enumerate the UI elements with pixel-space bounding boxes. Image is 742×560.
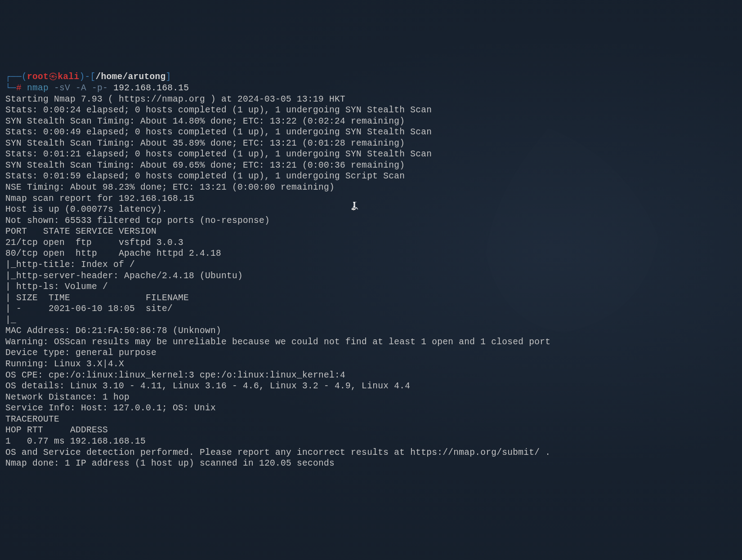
output-line: Host is up (0.00077s latency).: [5, 204, 737, 215]
output-line: Nmap scan report for 192.168.168.15: [5, 193, 737, 204]
output-line: MAC Address: D6:21:FA:50:86:78 (Unknown): [5, 325, 737, 337]
output-line: Not shown: 65533 filtered tcp ports (no-…: [5, 215, 737, 227]
output-line: Stats: 0:00:24 elapsed; 0 hosts complete…: [5, 105, 737, 116]
output-line: Stats: 0:01:59 elapsed; 0 hosts complete…: [5, 171, 737, 182]
output-line: 80/tcp open http Apache httpd 2.4.18: [5, 248, 737, 259]
output-line: Stats: 0:00:49 elapsed; 0 hosts complete…: [5, 127, 737, 138]
output-line: Device type: general purpose: [5, 347, 737, 359]
output-line: Service Info: Host: 127.0.0.1; OS: Unix: [5, 403, 737, 414]
prompt-hostname: kali: [58, 72, 79, 82]
prompt-path: /home/arutong: [95, 72, 165, 82]
output-line: OS details: Linux 3.10 - 4.11, Linux 3.1…: [5, 381, 737, 392]
output-line: Starting Nmap 7.93 ( https://nmap.org ) …: [5, 94, 737, 105]
command-name: nmap: [27, 83, 49, 93]
output-line: HOP RTT ADDRESS: [5, 425, 737, 436]
output-line: SYN Stealth Scan Timing: About 35.89% do…: [5, 138, 737, 149]
prompt-line-1: ┌──(root㉿kali)-[/home/arutong]: [5, 71, 737, 83]
command-flags: -sV -A -p-: [54, 83, 108, 93]
output-line: SYN Stealth Scan Timing: About 14.80% do…: [5, 116, 737, 127]
output-line: | - 2021-06-10 18:05 site/: [5, 303, 737, 315]
output-line: | http-ls: Volume /: [5, 281, 737, 293]
prompt-symbol: #: [16, 83, 22, 93]
prompt-user: root: [27, 72, 49, 82]
output-line: Stats: 0:01:21 elapsed; 0 hosts complete…: [5, 149, 737, 160]
output-line: Network Distance: 1 hop: [5, 392, 737, 403]
output-line: PORT STATE SERVICE VERSION: [5, 226, 737, 237]
output-line: OS CPE: cpe:/o:linux:linux_kernel:3 cpe:…: [5, 370, 737, 381]
output-line: | SIZE TIME FILENAME: [5, 293, 737, 304]
output-line: NSE Timing: About 98.23% done; ETC: 13:2…: [5, 182, 737, 193]
skull-icon: ㉿: [49, 72, 58, 82]
output-line: Running: Linux 3.X|4.X: [5, 359, 737, 370]
command-target: 192.168.168.15: [113, 83, 189, 93]
output-line: Warning: OSScan results may be unreliabl…: [5, 337, 737, 348]
output-line: TRACEROUTE: [5, 414, 737, 425]
output-line: OS and Service detection performed. Plea…: [5, 447, 737, 458]
terminal-output[interactable]: ┌──(root㉿kali)-[/home/arutong]└─# nmap -…: [5, 71, 737, 469]
output-line: 21/tcp open ftp vsftpd 3.0.3: [5, 237, 737, 249]
output-line: Nmap done: 1 IP address (1 host up) scan…: [5, 458, 737, 469]
prompt-line-2: └─# nmap -sV -A -p- 192.168.168.15: [5, 83, 737, 94]
output-line: 1 0.77 ms 192.168.168.15: [5, 436, 737, 447]
output-line: |_: [5, 315, 737, 326]
output-line: SYN Stealth Scan Timing: About 69.65% do…: [5, 160, 737, 171]
output-line: |_http-server-header: Apache/2.4.18 (Ubu…: [5, 271, 737, 282]
output-line: |_http-title: Index of /: [5, 259, 737, 271]
